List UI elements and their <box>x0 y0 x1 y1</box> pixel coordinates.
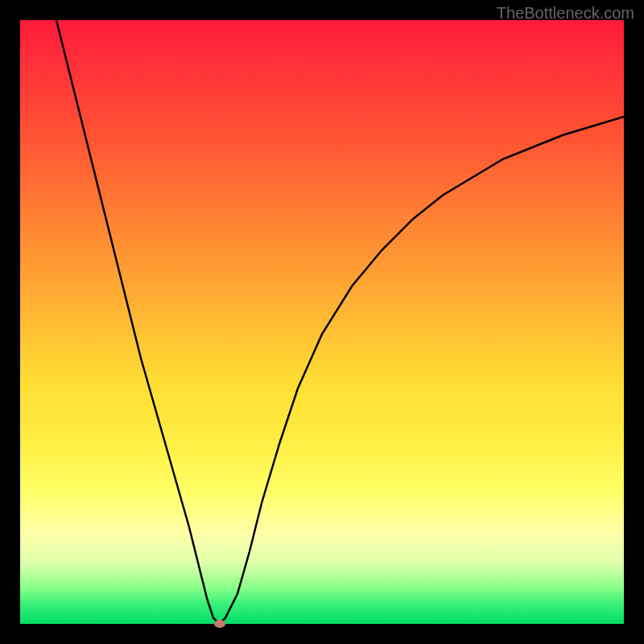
watermark-text: TheBottleneck.com <box>497 4 634 23</box>
bottleneck-curve-svg <box>20 20 624 624</box>
optimal-point-marker <box>214 620 225 628</box>
bottleneck-curve-path <box>56 20 624 624</box>
chart-plot-area <box>20 20 624 624</box>
